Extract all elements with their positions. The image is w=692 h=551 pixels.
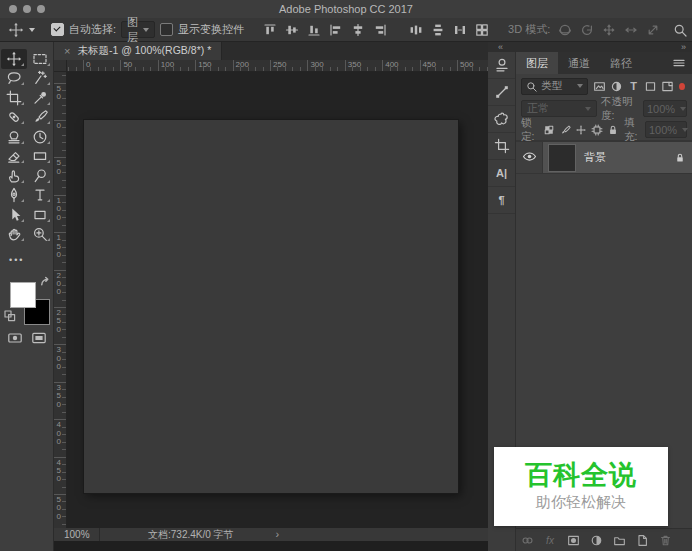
minimize-window-button[interactable]: [23, 5, 31, 13]
add-layer-mask-button[interactable]: [565, 533, 581, 549]
lasso-tool[interactable]: [1, 69, 27, 89]
crop-tool[interactable]: [1, 88, 27, 108]
distribute-horizontal-centers-button[interactable]: [406, 20, 426, 40]
new-adjustment-layer-button[interactable]: [588, 533, 604, 549]
align-right-edges-button[interactable]: [370, 20, 390, 40]
foreground-color-swatch[interactable]: [10, 282, 36, 308]
vertical-ruler[interactable]: 5 005 01 0 01 5 02 0 02 5 03 0 03 5 04 0…: [54, 72, 67, 541]
align-vertical-centers-button[interactable]: [282, 20, 302, 40]
smudge-tool[interactable]: [1, 166, 27, 186]
link-layers-button[interactable]: [519, 533, 535, 549]
document-tab[interactable]: × 未标题-1 @ 100%(RGB/8*) *: [54, 42, 222, 60]
filter-shape-layers-button[interactable]: [643, 79, 658, 94]
filter-adjustment-layers-button[interactable]: [609, 79, 624, 94]
3d-slide-button[interactable]: [621, 20, 641, 40]
gradient-tool[interactable]: [27, 147, 53, 167]
type-tool[interactable]: [27, 186, 53, 206]
filter-type-layers-button[interactable]: T: [626, 79, 641, 94]
new-layer-button[interactable]: [634, 533, 650, 549]
eraser-tool[interactable]: [1, 147, 27, 167]
3d-orbit-button[interactable]: [555, 20, 575, 40]
lock-position-button[interactable]: [574, 122, 588, 137]
rectangle-tool[interactable]: [27, 205, 53, 225]
fill-select[interactable]: 100%: [645, 121, 687, 138]
panel-menu-icon[interactable]: [672, 52, 686, 74]
crop-preview-panel-button[interactable]: [488, 133, 515, 160]
align-top-edges-button[interactable]: [260, 20, 280, 40]
clone-stamp-tool[interactable]: [1, 127, 27, 147]
lock-transparent-pixels-button[interactable]: [542, 122, 556, 137]
show-transform-checkbox[interactable]: [160, 23, 173, 36]
lock-artboard-button[interactable]: [590, 122, 604, 137]
layer-filter-toggle[interactable]: [679, 83, 685, 90]
horizontal-ruler[interactable]: 050100150200250300350400450500: [67, 60, 488, 72]
new-group-button[interactable]: [611, 533, 627, 549]
healing-brush-tool[interactable]: [1, 108, 27, 128]
search-icon[interactable]: [673, 20, 687, 40]
move-tool[interactable]: [1, 49, 27, 69]
layer-filter-select[interactable]: 类型: [521, 78, 588, 95]
align-bottom-edges-button[interactable]: [304, 20, 324, 40]
marquee-tool[interactable]: [27, 49, 53, 69]
shapes-panel-button[interactable]: [488, 106, 515, 133]
align-horizontal-centers-button[interactable]: [348, 20, 368, 40]
layer-visibility-toggle[interactable]: [516, 142, 543, 173]
close-tab-icon[interactable]: ×: [64, 46, 70, 57]
edit-toolbar-button[interactable]: •••: [9, 255, 24, 265]
layer-row-content[interactable]: 背景: [543, 142, 692, 173]
3d-scale-button[interactable]: [643, 20, 663, 40]
close-window-button[interactable]: [9, 5, 17, 13]
blend-mode-select[interactable]: 正常: [521, 100, 597, 117]
character-panel-button[interactable]: A|: [488, 160, 515, 187]
3d-mode-buttons-group: [555, 20, 663, 40]
hand-tool[interactable]: [1, 225, 27, 245]
3d-pan-button[interactable]: [599, 20, 619, 40]
lock-image-pixels-button[interactable]: [558, 122, 572, 137]
status-options-chevron-icon[interactable]: ›: [276, 529, 280, 540]
path-select-tool[interactable]: [1, 205, 27, 225]
adjustments-panel-button[interactable]: [488, 52, 515, 79]
ruler-tick: [113, 67, 114, 71]
default-colors-icon[interactable]: [4, 310, 16, 322]
distribute-vertical-centers-button[interactable]: [428, 20, 448, 40]
layer-effects-button[interactable]: fx: [542, 533, 558, 549]
filter-smart-objects-button[interactable]: [660, 79, 675, 94]
properties-panel-button[interactable]: [488, 79, 515, 106]
3d-roll-button[interactable]: [577, 20, 597, 40]
layer-thumbnail[interactable]: [549, 145, 575, 171]
collapse-panels-icon[interactable]: «: [498, 42, 503, 52]
layer-row[interactable]: 背景: [516, 141, 692, 174]
pen-tool[interactable]: [1, 186, 27, 206]
history-brush-tool[interactable]: [27, 127, 53, 147]
auto-select-checkbox[interactable]: [51, 23, 64, 36]
collapse-dock-icon[interactable]: »: [681, 42, 686, 52]
lock-all-button[interactable]: [606, 122, 620, 137]
move-tool-preset-icon[interactable]: [8, 20, 24, 40]
opacity-select[interactable]: 100%: [643, 100, 687, 117]
dodge-tool[interactable]: [27, 166, 53, 186]
tab-通道[interactable]: 通道: [558, 52, 600, 74]
quick-mask-button[interactable]: [5, 330, 25, 345]
align-left-edges-button[interactable]: [326, 20, 346, 40]
tab-图层[interactable]: 图层: [516, 52, 558, 74]
magic-wand-tool[interactable]: [27, 69, 53, 89]
zoom-window-button[interactable]: [37, 5, 45, 13]
paragraph-panel-button[interactable]: ¶: [488, 187, 515, 214]
auto-select-target-select[interactable]: 图层: [121, 21, 155, 38]
filter-pixel-layers-button[interactable]: [592, 79, 607, 94]
smudge-tool-icon: [6, 168, 22, 184]
brush-tool[interactable]: [27, 108, 53, 128]
distribute-spacing-button[interactable]: [450, 20, 470, 40]
tool-preset-chevron-icon[interactable]: [29, 28, 35, 32]
auto-align-layers-button[interactable]: [472, 20, 492, 40]
ruler-tick: [62, 449, 66, 450]
screen-mode-button[interactable]: [29, 330, 49, 345]
ruler-tick: [62, 217, 66, 218]
zoom-tool[interactable]: [27, 225, 53, 245]
delete-layer-button[interactable]: [657, 533, 673, 549]
zoom-level-field[interactable]: 100%: [54, 528, 100, 541]
document-canvas[interactable]: [84, 120, 458, 493]
swap-colors-icon[interactable]: [39, 276, 49, 286]
tab-路径[interactable]: 路径: [600, 52, 642, 74]
eyedropper-tool[interactable]: [27, 88, 53, 108]
